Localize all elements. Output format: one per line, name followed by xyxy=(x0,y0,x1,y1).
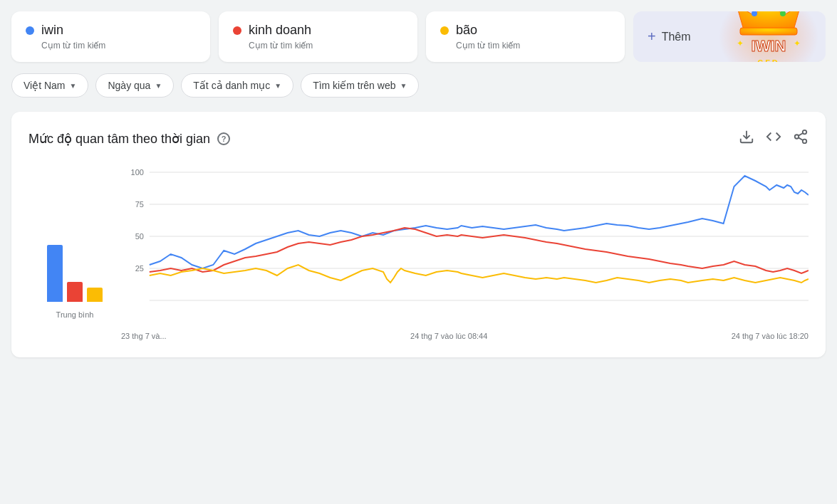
filter-region-label: Việt Nam xyxy=(24,80,66,91)
filter-category[interactable]: Tất cả danh mục ▼ xyxy=(181,73,293,98)
chart-header: Mức độ quan tâm theo thời gian ? xyxy=(28,129,809,148)
search-term-iwin[interactable]: iwin Cụm từ tìm kiếm xyxy=(11,11,210,62)
avg-label: Trung bình xyxy=(56,310,94,319)
chevron-down-icon-3: ▼ xyxy=(274,82,281,90)
add-term-card[interactable]: + Thêm xyxy=(633,11,826,62)
chart-svg-container: 100 75 50 25 xyxy=(121,165,809,329)
svg-point-13 xyxy=(803,140,807,144)
search-term-kinh-doanh[interactable]: kinh doanh Cụm từ tìm kiếm xyxy=(219,11,417,62)
svg-marker-1 xyxy=(737,11,801,30)
x-label-0: 23 thg 7 và... xyxy=(121,332,167,340)
svg-text:CFD: CFD xyxy=(757,58,780,63)
svg-text:25: 25 xyxy=(135,264,144,273)
chart-actions xyxy=(739,129,809,148)
chevron-down-icon: ▼ xyxy=(70,82,77,90)
svg-text:50: 50 xyxy=(135,232,144,241)
x-label-1: 24 thg 7 vào lúc 08:44 xyxy=(410,332,487,340)
chart-body: Trung bình 100 75 50 25 xyxy=(28,165,809,340)
chevron-down-icon-4: ▼ xyxy=(400,82,407,90)
svg-line-15 xyxy=(799,133,803,136)
embed-button[interactable] xyxy=(766,129,781,148)
filter-period[interactable]: Ngày qua ▼ xyxy=(95,73,174,98)
term-name-iwin: iwin xyxy=(41,23,63,38)
add-label: Thêm xyxy=(662,31,691,43)
filter-period-label: Ngày qua xyxy=(108,80,150,91)
filter-region[interactable]: Việt Nam ▼ xyxy=(11,73,88,98)
avg-bar-yellow xyxy=(87,288,103,302)
filter-search-type-label: Tìm kiếm trên web xyxy=(313,80,395,91)
search-terms-row: iwin Cụm từ tìm kiếm kinh doanh Cụm từ t… xyxy=(11,11,826,62)
chart-section: Mức độ quan tâm theo thời gian ? Trung b… xyxy=(11,112,826,357)
term-sub-iwin: Cụm từ tìm kiếm xyxy=(41,41,196,51)
search-term-bao[interactable]: bão Cụm từ tìm kiếm xyxy=(426,11,625,62)
svg-line-14 xyxy=(799,137,803,140)
help-icon[interactable]: ? xyxy=(217,132,230,145)
dot-red-icon xyxy=(233,26,241,35)
svg-text:✦: ✦ xyxy=(794,38,801,48)
avg-bar-chart xyxy=(47,245,103,302)
chart-title-area: Mức độ quan tâm theo thời gian ? xyxy=(28,131,230,147)
dot-blue-icon xyxy=(26,26,34,35)
svg-text:100: 100 xyxy=(131,168,144,177)
chevron-down-icon-2: ▼ xyxy=(155,82,162,90)
term-sub-bao: Cụm từ tìm kiếm xyxy=(456,41,610,51)
plus-icon: + xyxy=(648,28,656,45)
chart-main: 100 75 50 25 23 thg 7 và... 24 thg 7 vào… xyxy=(121,165,809,340)
svg-point-11 xyxy=(803,130,807,135)
term-name-kinh-doanh: kinh doanh xyxy=(249,23,311,38)
download-button[interactable] xyxy=(739,129,754,148)
avg-bar-red xyxy=(67,282,83,302)
share-button[interactable] xyxy=(793,129,809,148)
avg-bar-blue xyxy=(47,245,63,302)
svg-rect-5 xyxy=(740,28,797,35)
filter-category-label: Tất cả danh mục xyxy=(193,80,270,91)
chart-title: Mức độ quan tâm theo thời gian xyxy=(28,131,210,147)
filter-search-type[interactable]: Tìm kiếm trên web ▼ xyxy=(301,73,419,98)
x-labels: 23 thg 7 và... 24 thg 7 vào lúc 08:44 24… xyxy=(121,329,809,340)
brand-logo: IWIN CFD ✦ ✦ xyxy=(712,11,826,62)
svg-point-12 xyxy=(795,135,799,139)
iwin-logo-svg: IWIN CFD ✦ ✦ xyxy=(715,11,822,62)
svg-text:✦: ✦ xyxy=(737,38,744,48)
term-name-bao: bão xyxy=(456,23,477,38)
dot-yellow-icon xyxy=(440,26,449,35)
svg-text:75: 75 xyxy=(135,200,144,209)
chart-left-avg: Trung bình xyxy=(28,165,121,340)
filters-row: Việt Nam ▼ Ngày qua ▼ Tất cả danh mục ▼ … xyxy=(11,73,826,98)
trend-chart-svg: 100 75 50 25 xyxy=(121,165,809,322)
x-label-2: 24 thg 7 vào lúc 18:20 xyxy=(732,332,809,340)
svg-text:IWIN: IWIN xyxy=(752,37,786,55)
term-sub-kinh-doanh: Cụm từ tìm kiếm xyxy=(249,41,403,51)
